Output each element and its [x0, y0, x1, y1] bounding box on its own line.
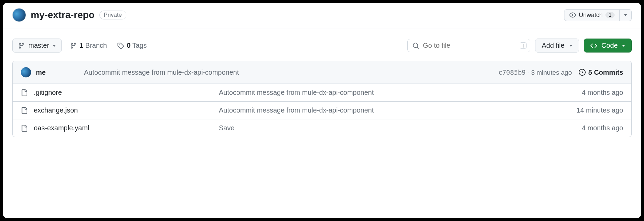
caret-down-icon: [569, 45, 573, 47]
branches-link[interactable]: 1 Branch: [68, 40, 109, 51]
history-icon: [579, 69, 586, 76]
watch-dropdown-button[interactable]: [620, 9, 632, 21]
file-commit-message[interactable]: Autocommit message from mule-dx-api-comp…: [219, 89, 582, 97]
code-label: Code: [601, 42, 618, 49]
commit-meta: c7085b9 · 3 minutes ago: [498, 69, 572, 76]
tag-count-label: Tags: [132, 42, 147, 49]
tags-link[interactable]: 0 Tags: [115, 40, 149, 51]
commit-message[interactable]: Autocommit message from mule-dx-api-comp…: [84, 69, 491, 76]
file-icon: [21, 125, 28, 132]
commits-link[interactable]: 5 Commits: [579, 69, 623, 76]
file-time: 14 minutes ago: [576, 106, 623, 114]
repo-avatar-icon: [12, 8, 26, 22]
file-name-link[interactable]: .gitignore: [21, 89, 219, 97]
watch-count: 1: [605, 12, 615, 18]
file-name: exchange.json: [34, 106, 78, 114]
commit-sha[interactable]: c7085b9: [498, 69, 526, 76]
current-branch: master: [28, 42, 49, 49]
file-commit-message[interactable]: Save: [219, 124, 582, 132]
caret-down-icon: [622, 45, 625, 47]
code-icon: [590, 42, 597, 49]
file-name: oas-example.yaml: [34, 124, 89, 132]
watch-button-group: Unwatch 1: [564, 9, 632, 21]
commit-time: 3 minutes ago: [531, 69, 572, 76]
code-button[interactable]: Code: [584, 39, 632, 53]
visibility-badge: Private: [99, 11, 126, 19]
caret-down-icon: [53, 45, 56, 47]
add-file-label: Add file: [542, 42, 564, 49]
file-toolbar: master 1 Branch 0 Tags t Add file: [3, 29, 641, 61]
branch-icon: [18, 42, 25, 49]
file-icon: [21, 89, 28, 96]
commits-count: 5 Commits: [588, 69, 623, 76]
search-input[interactable]: [423, 42, 516, 49]
search-icon: [412, 42, 419, 49]
latest-commit-bar: me Autocommit message from mule-dx-api-c…: [13, 61, 631, 84]
commit-author[interactable]: me: [36, 69, 46, 76]
file-icon: [21, 107, 28, 114]
file-name: .gitignore: [34, 89, 62, 97]
repo-title-group: my-extra-repo Private: [12, 8, 126, 22]
file-search[interactable]: t: [407, 39, 530, 52]
branch-count-label: Branch: [85, 42, 107, 49]
file-time: 4 months ago: [582, 89, 623, 97]
file-panel: me Autocommit message from mule-dx-api-c…: [12, 61, 632, 137]
file-row: .gitignore Autocommit message from mule-…: [13, 84, 631, 102]
repo-header: my-extra-repo Private Unwatch 1: [3, 3, 641, 29]
tag-icon: [117, 42, 124, 49]
tag-count: 0: [127, 42, 130, 49]
caret-down-icon: [624, 14, 627, 16]
eye-icon: [569, 12, 576, 18]
file-row: exchange.json Autocommit message from mu…: [13, 102, 631, 119]
branch-icon: [70, 42, 77, 49]
branch-count: 1: [80, 42, 83, 49]
search-shortcut: t: [520, 42, 527, 49]
file-name-link[interactable]: exchange.json: [21, 106, 219, 114]
watch-label: Unwatch: [579, 12, 603, 19]
file-time: 4 months ago: [582, 124, 623, 132]
branch-select-button[interactable]: master: [12, 39, 62, 53]
repo-name[interactable]: my-extra-repo: [31, 10, 95, 20]
unwatch-button[interactable]: Unwatch 1: [564, 9, 620, 21]
author-avatar-icon[interactable]: [21, 67, 31, 77]
file-commit-message[interactable]: Autocommit message from mule-dx-api-comp…: [219, 106, 576, 114]
add-file-button[interactable]: Add file: [535, 39, 579, 53]
file-name-link[interactable]: oas-example.yaml: [21, 124, 219, 132]
file-row: oas-example.yaml Save 4 months ago: [13, 119, 631, 137]
